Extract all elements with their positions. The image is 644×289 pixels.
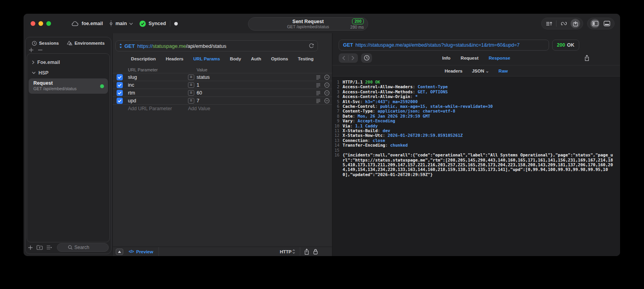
param-description-icon[interactable]	[316, 83, 321, 87]
response-view-tab[interactable]: JSON	[472, 68, 489, 74]
add-param-row[interactable]: Add URL Parameter Add Value	[113, 105, 332, 113]
param-row[interactable]: slug = status	[113, 73, 332, 81]
line-number: 3	[332, 89, 343, 94]
tree-item-foe-email[interactable]: Foe.email	[27, 57, 109, 67]
response-tab[interactable]: Response	[489, 56, 510, 60]
status-code-badge: 200	[352, 18, 364, 24]
request-url-bar[interactable]: GET https://statuspage.me/api/embed/stat…	[115, 40, 318, 51]
param-enabled-checkbox[interactable]	[117, 74, 123, 80]
response-tab[interactable]: Request	[461, 56, 478, 60]
expand-panel-button[interactable]	[116, 249, 123, 255]
param-enabled-checkbox[interactable]	[117, 98, 123, 104]
minimize-window-button[interactable]	[38, 21, 43, 26]
remove-param-icon[interactable]	[324, 98, 330, 104]
traffic-lights	[31, 21, 51, 26]
export-response-icon[interactable]	[584, 55, 589, 61]
toggle-bottom-panel-icon[interactable]	[602, 19, 611, 28]
value-type-icon[interactable]: =	[188, 82, 194, 88]
line-number: 1	[332, 80, 343, 84]
param-name[interactable]: slug	[128, 75, 137, 80]
param-description-icon[interactable]	[316, 98, 321, 103]
response-view-tabs: HeadersJSONRaw	[332, 65, 620, 76]
import-request-icon[interactable]	[571, 19, 580, 28]
response-tab[interactable]: Info	[442, 56, 451, 60]
param-name[interactable]: inc	[128, 82, 134, 88]
param-name[interactable]: upd	[128, 98, 136, 104]
project-selector[interactable]: foe.email	[71, 21, 103, 26]
request-tab[interactable]: Auth	[251, 56, 261, 61]
preview-button[interactable]: </> Preview	[129, 249, 153, 254]
response-line: 10 Via: 1.1 Caddy	[332, 124, 620, 128]
response-line: 14 Transfer-Encoding: chunked	[332, 143, 620, 147]
lock-icon[interactable]	[313, 249, 318, 254]
param-description-icon[interactable]	[316, 91, 321, 95]
close-window-button[interactable]	[31, 21, 35, 26]
line-number: 8	[332, 114, 343, 118]
line-number: 7	[332, 109, 343, 113]
request-tab[interactable]: Options	[271, 56, 288, 61]
request-tab[interactable]: URL Params	[193, 56, 220, 61]
line-number: 2	[332, 84, 343, 89]
sent-request-url-box[interactable]: GET https://statuspage.me/api/embed/stat…	[339, 40, 549, 51]
request-url[interactable]: https://statuspage.me/api/embed/status	[137, 43, 226, 49]
clock-icon	[32, 41, 37, 46]
branch-selector[interactable]: main	[109, 20, 133, 27]
sort-list-icon[interactable]	[46, 245, 52, 250]
resend-request-icon[interactable]	[309, 43, 314, 49]
request-tab[interactable]: Testing	[298, 56, 314, 61]
search-input[interactable]	[75, 245, 98, 250]
search-box[interactable]	[57, 243, 109, 252]
add-value-placeholder[interactable]: Add Value	[188, 106, 210, 111]
method-selector-icon[interactable]	[119, 44, 122, 48]
protocol-selector[interactable]: HTTP	[280, 249, 295, 254]
param-value[interactable]: status	[197, 75, 210, 80]
tree-item-hsp[interactable]: HSP	[27, 67, 109, 78]
request-summary-capsule[interactable]: Sent Request GET /api/embed/status 200 2…	[248, 17, 368, 31]
request-list-item-selected[interactable]: Request GET /api/embed/status	[29, 78, 108, 94]
share-icon[interactable]	[304, 249, 309, 255]
commit-lines-icon[interactable]	[544, 19, 554, 28]
param-value[interactable]: 1	[197, 82, 199, 88]
param-enabled-checkbox[interactable]	[117, 90, 123, 96]
param-name[interactable]: rtm	[128, 90, 135, 96]
param-description-icon[interactable]	[316, 75, 321, 80]
toggle-sidebar-icon[interactable]	[590, 19, 600, 28]
response-view-tab[interactable]: Raw	[498, 69, 508, 73]
preview-label: Preview	[136, 249, 153, 254]
response-line: 9 Vary: Accept-Encoding	[332, 118, 620, 123]
add-session-icon[interactable]	[29, 47, 34, 53]
request-tab[interactable]: Headers	[166, 56, 183, 61]
remove-param-icon[interactable]	[324, 75, 330, 80]
line-number: 15	[332, 148, 343, 153]
new-folder-icon[interactable]	[36, 245, 43, 250]
remove-session-icon[interactable]	[38, 47, 43, 53]
param-row[interactable]: rtm = 60	[113, 89, 332, 97]
response-line: 12 X-Status-Now-Utc: 2026-01-26T20:29:59…	[332, 133, 620, 138]
param-value[interactable]: 60	[197, 90, 202, 96]
tab-sessions[interactable]: Sessions	[32, 41, 59, 46]
line-number: 4	[332, 94, 343, 99]
param-enabled-checkbox[interactable]	[117, 82, 123, 88]
request-tab[interactable]: Description	[131, 56, 156, 61]
request-summary: Sent Request GET /api/embed/status	[248, 19, 368, 29]
branch-icon	[109, 20, 113, 27]
remove-param-icon[interactable]	[324, 90, 330, 96]
response-raw-view[interactable]: 1 HTTP/1.1 200 OK 2 Access-Control-Allow…	[332, 76, 620, 256]
param-row[interactable]: inc = 1	[113, 81, 332, 89]
add-param-placeholder[interactable]: Add URL Parameter	[128, 106, 172, 111]
value-type-icon[interactable]: =	[188, 90, 194, 96]
add-icon[interactable]	[28, 245, 33, 250]
param-row[interactable]: upd = 7	[113, 97, 332, 105]
request-tab[interactable]: Body	[230, 56, 241, 61]
value-type-icon[interactable]: =	[188, 75, 194, 80]
synced-check-icon	[139, 20, 146, 27]
tab-environments[interactable]: Environments	[67, 40, 105, 46]
value-type-icon[interactable]: =	[188, 98, 194, 104]
request-method[interactable]: GET	[124, 43, 135, 49]
sync-arrows-icon[interactable]	[559, 19, 568, 28]
response-view-tab[interactable]: Headers	[445, 69, 462, 73]
zoom-window-button[interactable]	[46, 21, 51, 26]
protocol-label: HTTP	[280, 249, 292, 254]
remove-param-icon[interactable]	[324, 82, 330, 88]
param-value[interactable]: 7	[197, 98, 199, 104]
